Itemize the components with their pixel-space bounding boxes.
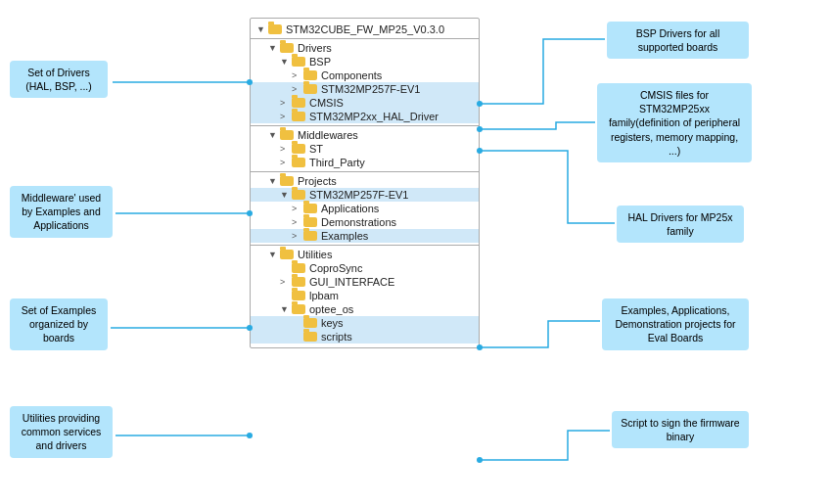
tree-demonstrations[interactable]: > Demonstrations	[251, 215, 479, 229]
annotation-cmsis: CMSIS files for STM32MP25xx family(defin…	[597, 83, 752, 162]
tree-utilities[interactable]: ▼ Utilities	[251, 248, 479, 261]
tree-coprosync[interactable]: > CoproSync	[251, 261, 479, 275]
tree-keys[interactable]: > keys	[251, 316, 479, 330]
tree-hal-driver[interactable]: > STM32MP2xx_HAL_Driver	[251, 110, 479, 123]
tree-scripts[interactable]: > scripts	[251, 330, 479, 344]
tree-examples[interactable]: > Examples	[251, 229, 479, 243]
chevron-root: ▼	[256, 24, 266, 34]
svg-point-8	[477, 457, 483, 463]
tree-root[interactable]: ▼ STM32CUBE_FW_MP25_V0.3.0	[251, 23, 479, 36]
annotation-hal: HAL Drivers for MP25x family	[617, 206, 744, 243]
annotation-script: Script to sign the firmware binary	[612, 411, 749, 448]
tree-applications[interactable]: > Applications	[251, 202, 479, 215]
svg-point-3	[247, 433, 253, 438]
tree-cmsis[interactable]: > CMSIS	[251, 96, 479, 110]
tree-gui-interface[interactable]: > GUI_INTERFACE	[251, 275, 479, 289]
folder-root-icon	[268, 24, 282, 34]
tree-middlewares[interactable]: ▼ Middlewares	[251, 128, 479, 142]
tree-optee-os[interactable]: ▼ optee_os	[251, 302, 479, 316]
tree-panel: ▼ STM32CUBE_FW_MP25_V0.3.0 ▼ Drivers ▼ B…	[250, 18, 480, 348]
annotation-examples-left: Set of Examples organized by boards	[10, 298, 108, 350]
annotation-drivers: Set of Drivers (HAL, BSP, ...)	[10, 61, 108, 98]
tree-third-party[interactable]: > Third_Party	[251, 156, 479, 169]
tree-components[interactable]: > Components	[251, 69, 479, 82]
annotation-bsp: BSP Drivers for all supported boards	[607, 22, 749, 59]
tree-lpbam[interactable]: > lpbam	[251, 289, 479, 302]
annotation-utilities: Utilities providing common services and …	[10, 406, 113, 458]
annotation-projects-right: Examples, Applications, Demonstration pr…	[602, 298, 749, 350]
tree-projects[interactable]: ▼ Projects	[251, 174, 479, 188]
tree-st[interactable]: > ST	[251, 142, 479, 156]
tree-stm32mp257f-ev1-proj[interactable]: ▼ STM32MP257F-EV1	[251, 188, 479, 202]
annotation-middlewares: Middleware' used by Examples and Applica…	[10, 186, 113, 238]
tree-bsp[interactable]: ▼ BSP	[251, 55, 479, 69]
tree-drivers[interactable]: ▼ Drivers	[251, 41, 479, 55]
tree-root-label: STM32CUBE_FW_MP25_V0.3.0	[286, 23, 444, 35]
tree-stm32mp257f-ev1-bsp[interactable]: > STM32MP257F-EV1	[251, 82, 479, 96]
